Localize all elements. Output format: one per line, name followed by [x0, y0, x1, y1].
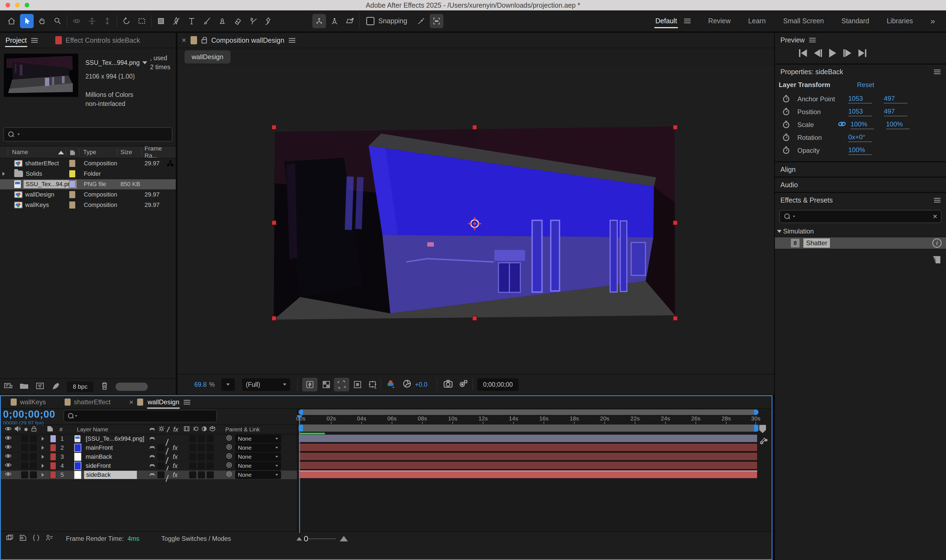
solo-column-icon[interactable]: [25, 428, 28, 431]
layer-label-chip[interactable]: [50, 462, 56, 470]
last-frame-button[interactable]: [858, 49, 866, 57]
parent-link-dropdown[interactable]: None: [235, 462, 281, 470]
project-bit-depth-button[interactable]: 8 bpc: [67, 381, 94, 392]
new-composition-icon[interactable]: [35, 382, 45, 391]
scale-y-value[interactable]: 100%: [886, 120, 910, 129]
layer-row-1[interactable]: 1 [SSU_Te...6x994.png] None: [1, 434, 297, 443]
layer-visibility-eye-icon[interactable]: [5, 435, 12, 442]
orbit-camera-tool-icon[interactable]: [70, 14, 83, 28]
project-panel-menu-icon[interactable]: [31, 38, 38, 43]
workspace-tab-review[interactable]: Review: [708, 13, 731, 29]
region-of-interest-icon[interactable]: [334, 378, 349, 391]
workspace-tab-learn[interactable]: Learn: [748, 13, 766, 29]
shy-switch[interactable]: [149, 453, 155, 461]
tab-wallDesign[interactable]: × wallDesign: [122, 395, 197, 409]
layer-bar-3[interactable]: [298, 452, 757, 460]
audio-toggle-well[interactable]: [21, 462, 28, 469]
work-area-bar[interactable]: [298, 425, 758, 432]
info-icon[interactable]: i: [932, 238, 941, 248]
label-color-chip[interactable]: [69, 201, 75, 209]
label-color-chip[interactable]: [69, 160, 75, 167]
stopwatch-icon[interactable]: [782, 94, 791, 104]
switch-well[interactable]: [189, 453, 196, 460]
column-size[interactable]: Size: [120, 149, 132, 156]
project-row-wallKeys[interactable]: wallKeys Composition 29.97: [0, 200, 176, 211]
scale-x-value[interactable]: 100%: [851, 120, 874, 129]
switch-well[interactable]: [198, 453, 205, 460]
time-ruler[interactable]: 00s 02s 04s 06s 08s 10s 12s 14s 16s 18s …: [298, 415, 761, 424]
switch-well[interactable]: [157, 453, 165, 460]
layer-transform-group[interactable]: Layer Transform: [779, 81, 857, 89]
anchor-x-value[interactable]: 1053: [848, 95, 872, 103]
switch-well[interactable]: [207, 444, 214, 451]
pen-tool-icon[interactable]: [169, 14, 183, 28]
play-button[interactable]: [829, 49, 836, 57]
pan-camera-tool-icon[interactable]: [85, 14, 99, 28]
switch-well[interactable]: [157, 462, 165, 469]
expand-layer-icon[interactable]: [42, 455, 44, 459]
column-type[interactable]: Type: [83, 149, 96, 156]
parent-pickwhip-icon[interactable]: [226, 453, 232, 461]
shy-column-icon[interactable]: [149, 426, 155, 433]
switch-well[interactable]: [207, 462, 214, 469]
switch-well[interactable]: [189, 444, 196, 451]
quality-column-icon[interactable]: [166, 426, 170, 432]
frame-blend-column-icon[interactable]: [184, 426, 190, 433]
parent-pickwhip-icon[interactable]: [226, 444, 232, 452]
layer-visibility-eye-icon[interactable]: [5, 444, 12, 451]
switch-well[interactable]: [189, 462, 196, 469]
parent-link-dropdown[interactable]: None: [235, 471, 281, 479]
comp-marker-bin-icon[interactable]: [758, 425, 767, 435]
puppet-pin-tool-icon[interactable]: [261, 14, 275, 28]
shy-switch[interactable]: [149, 471, 155, 479]
project-row-wallDesign[interactable]: wallDesign Composition 29.97: [0, 190, 176, 200]
switch-well[interactable]: [207, 471, 214, 478]
comp-breadcrumb-wallDesign[interactable]: wallDesign: [185, 50, 231, 63]
audio-column-speaker-icon[interactable]: [14, 426, 21, 433]
comp-button-icon[interactable]: [759, 436, 768, 447]
tab-effect-controls[interactable]: Effect Controls sideBack: [66, 36, 140, 45]
project-footer-pill[interactable]: [115, 383, 148, 391]
zoom-tool-icon[interactable]: [51, 14, 64, 28]
expand-transfer-controls-icon[interactable]: [19, 534, 27, 543]
audio-panel-title[interactable]: Audio: [780, 181, 798, 189]
zoom-in-mountain-icon[interactable]: [340, 536, 348, 542]
hand-tool-icon[interactable]: [35, 14, 49, 28]
workspace-tab-standard[interactable]: Standard: [841, 13, 869, 29]
switch-well[interactable]: [198, 462, 205, 469]
previous-frame-button[interactable]: [814, 49, 822, 57]
effects-search-input[interactable]: ×: [779, 210, 941, 223]
layer-label-chip[interactable]: [50, 453, 56, 461]
switch-well[interactable]: [157, 444, 165, 451]
view-axis-mode-icon[interactable]: [343, 14, 357, 28]
effects-switch[interactable]: fx: [173, 444, 178, 452]
properties-panel-menu-icon[interactable]: [934, 69, 940, 74]
parent-link-dropdown[interactable]: None: [235, 444, 281, 452]
workspace-tab-small-screen[interactable]: Small Screen: [783, 13, 824, 29]
effects-switch[interactable]: fx: [173, 462, 178, 470]
align-panel-title[interactable]: Align: [780, 166, 796, 174]
layer-label-chip[interactable]: [50, 444, 56, 452]
audio-toggle-well[interactable]: [21, 435, 28, 442]
constrain-proportions-link-icon[interactable]: [837, 121, 848, 129]
layer-row-3[interactable]: 3 mainBack fx None: [1, 452, 297, 462]
layer-row-2[interactable]: 2 mainFront fx None: [1, 443, 297, 452]
time-navigator-bar[interactable]: [298, 409, 758, 415]
zoom-slider-knob[interactable]: [304, 536, 308, 542]
layer-number-column[interactable]: #: [59, 426, 63, 433]
composition-viewer[interactable]: [177, 66, 774, 374]
3d-layer-column-icon[interactable]: [209, 426, 215, 433]
transparency-grid-icon[interactable]: [318, 378, 334, 391]
audio-toggle-well[interactable]: [21, 471, 28, 478]
switch-well[interactable]: [189, 435, 196, 442]
switch-well[interactable]: [198, 444, 205, 451]
parent-link-column[interactable]: Parent & Link: [225, 426, 260, 433]
position-y-value[interactable]: 497: [884, 108, 908, 116]
effects-switch[interactable]: fx: [173, 453, 178, 461]
label-color-chip[interactable]: [69, 191, 75, 198]
local-axis-mode-icon[interactable]: [312, 14, 326, 28]
adjustment-layer-column-icon[interactable]: [201, 426, 207, 433]
layer-name[interactable]: sideBack: [84, 471, 137, 479]
home-tool-icon[interactable]: [5, 14, 18, 28]
stopwatch-icon[interactable]: [782, 146, 791, 155]
